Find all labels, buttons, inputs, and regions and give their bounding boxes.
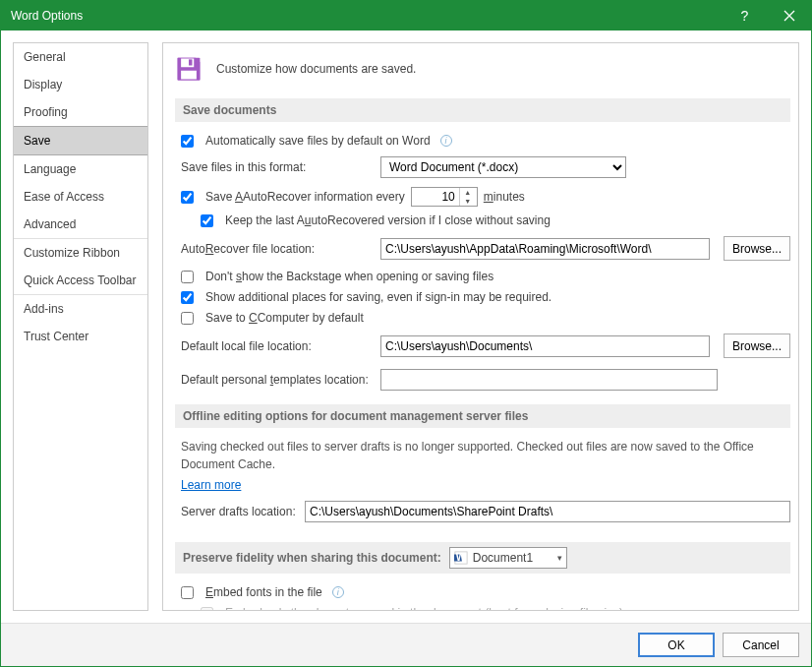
sidebar-item-customize-ribbon[interactable]: Customize Ribbon [14, 239, 147, 267]
save-computer-row[interactable]: Save to CComputer by default [175, 309, 790, 327]
default-local-input[interactable] [380, 335, 710, 357]
autorecover-value[interactable] [412, 190, 459, 204]
keep-last-row[interactable]: Keep the last AuutoRecovered version if … [195, 212, 790, 229]
preserve-label: Preserve fidelity when sharing this docu… [183, 551, 441, 565]
drafts-row: Server drafts location: [175, 497, 790, 526]
titlebar: Word Options ? [1, 1, 811, 30]
sidebar: GeneralDisplayProofingSaveLanguageEase o… [13, 42, 148, 611]
sidebar-item-ease-of-access[interactable]: Ease of Access [14, 183, 147, 211]
sidebar-item-trust-center[interactable]: Trust Center [14, 323, 147, 350]
preserve-doc-select[interactable]: W Document1 [449, 547, 567, 569]
save-format-label: Save files in this format: [181, 160, 373, 174]
embed-fonts-checkbox[interactable] [181, 586, 194, 599]
save-icon [175, 55, 203, 83]
keep-last-checkbox[interactable] [201, 214, 213, 227]
dialog-footer: OK Cancel [1, 623, 811, 666]
main-area: GeneralDisplayProofingSaveLanguageEase o… [1, 30, 811, 623]
cancel-button[interactable]: Cancel [723, 633, 799, 657]
learn-more-link[interactable]: Learn more [181, 478, 241, 492]
auto-save-label: Automatically save files by default on W… [205, 134, 431, 148]
word-doc-icon: W [454, 551, 468, 565]
close-icon [783, 10, 795, 22]
embed-only-checkbox [201, 607, 213, 612]
sidebar-item-proofing[interactable]: Proofing [14, 98, 147, 126]
autorecover-loc-input[interactable] [380, 238, 710, 260]
svg-rect-4 [181, 71, 197, 80]
svg-rect-3 [189, 59, 193, 65]
section-save-documents: Save documents [175, 98, 790, 122]
autorecover-row[interactable]: Save AAutoRecover information every ▲▼ m… [175, 185, 790, 209]
spinner-down-icon[interactable]: ▼ [460, 197, 476, 206]
sidebar-item-display[interactable]: Display [14, 71, 147, 98]
svg-text:W: W [455, 551, 465, 563]
content-pane: Customize how documents are saved. Save … [162, 42, 799, 611]
default-local-label: Default local file location: [181, 339, 373, 353]
auto-save-checkbox[interactable] [181, 135, 194, 148]
save-computer-checkbox[interactable] [181, 312, 194, 325]
auto-save-row[interactable]: Automatically save files by default on W… [175, 132, 790, 150]
autorecover-loc-row: AutoRecover file location: Browse... [175, 232, 790, 265]
default-local-row: Default local file location: Browse... [175, 330, 790, 362]
show-places-label: Show additional places for saving, even … [205, 290, 551, 304]
offline-note: Saving checked out files to server draft… [175, 438, 790, 473]
no-backstage-checkbox[interactable] [181, 271, 194, 283]
sidebar-item-advanced[interactable]: Advanced [14, 211, 147, 238]
sidebar-item-save[interactable]: Save [14, 126, 147, 155]
help-button[interactable]: ? [723, 1, 767, 30]
personal-tpl-row: Default personal templates location: [175, 365, 790, 394]
drafts-label: Server drafts location: [181, 505, 297, 518]
spinner-up-icon[interactable]: ▲ [460, 188, 476, 197]
autorecover-spinner[interactable]: ▲▼ [411, 187, 478, 207]
browse-local-button[interactable]: Browse... [724, 334, 790, 358]
autorecover-checkbox[interactable] [181, 191, 194, 204]
sidebar-item-add-ins[interactable]: Add-ins [14, 295, 147, 323]
page-subtitle: Customize how documents are saved. [216, 62, 416, 76]
save-format-select[interactable]: Word Document (*.docx) [380, 156, 626, 178]
section-offline: Offline editing options for document man… [175, 404, 790, 428]
browse-autorecover-button[interactable]: Browse... [724, 236, 790, 261]
ok-button[interactable]: OK [638, 633, 715, 657]
page-header: Customize how documents are saved. [175, 55, 790, 83]
sidebar-item-quick-access-toolbar[interactable]: Quick Access Toolbar [14, 267, 147, 294]
section-preserve: Preserve fidelity when sharing this docu… [175, 542, 790, 574]
drafts-input[interactable] [305, 501, 790, 522]
embed-fonts-row[interactable]: Embed fonts in the file i [175, 583, 790, 601]
sidebar-item-language[interactable]: Language [14, 155, 147, 183]
personal-tpl-input[interactable] [380, 369, 718, 391]
sidebar-item-general[interactable]: General [14, 43, 147, 71]
embed-only-row: Embed only the characters used in the do… [195, 604, 790, 611]
info-icon[interactable]: i [332, 586, 344, 598]
show-places-checkbox[interactable] [181, 291, 194, 304]
autorecover-loc-label: AutoRecover file location: [181, 242, 373, 256]
window-title: Word Options [11, 9, 723, 23]
personal-tpl-label: Default personal templates location: [181, 373, 373, 387]
show-places-row[interactable]: Show additional places for saving, even … [175, 288, 790, 306]
no-backstage-row[interactable]: Don't show the Backstage when opening or… [175, 268, 790, 285]
info-icon[interactable]: i [440, 135, 452, 147]
close-button[interactable] [767, 1, 811, 30]
save-format-row: Save files in this format: Word Document… [175, 152, 790, 182]
